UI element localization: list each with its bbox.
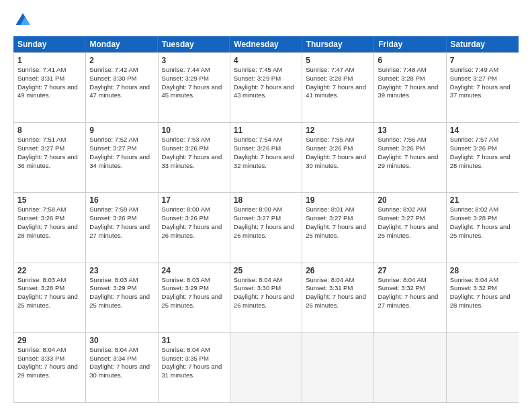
day-number: 31 — [162, 336, 226, 345]
day-cell-18: 18Sunrise: 8:00 AMSunset: 3:27 PMDayligh… — [230, 193, 302, 262]
cell-details: Sunrise: 7:48 AMSunset: 3:28 PMDaylight:… — [378, 66, 442, 100]
day-number: 9 — [89, 126, 154, 135]
day-number: 17 — [162, 195, 226, 205]
calendar-row-2: 8Sunrise: 7:51 AMSunset: 3:27 PMDaylight… — [14, 122, 519, 192]
day-number: 5 — [306, 56, 370, 65]
calendar-body: 1Sunrise: 7:41 AMSunset: 3:31 PMDaylight… — [13, 52, 519, 403]
day-cell-25: 25Sunrise: 8:04 AMSunset: 3:30 PMDayligh… — [230, 263, 302, 332]
day-cell-10: 10Sunrise: 7:53 AMSunset: 3:26 PMDayligh… — [159, 123, 230, 192]
day-number: 27 — [378, 266, 442, 275]
day-cell-30: 30Sunrise: 8:04 AMSunset: 3:34 PMDayligh… — [86, 333, 158, 402]
cell-details: Sunrise: 7:44 AMSunset: 3:29 PMDaylight:… — [162, 66, 226, 100]
day-number: 6 — [378, 56, 442, 65]
cell-details: Sunrise: 7:49 AMSunset: 3:27 PMDaylight:… — [450, 66, 515, 100]
day-cell-28: 28Sunrise: 8:04 AMSunset: 3:32 PMDayligh… — [447, 263, 519, 332]
header — [13, 11, 519, 30]
calendar-row-4: 22Sunrise: 8:03 AMSunset: 3:28 PMDayligh… — [14, 263, 519, 332]
day-number: 21 — [450, 195, 515, 205]
cell-details: Sunrise: 8:04 AMSunset: 3:35 PMDaylight:… — [162, 346, 226, 380]
day-number: 3 — [162, 56, 226, 65]
day-cell-6: 6Sunrise: 7:48 AMSunset: 3:28 PMDaylight… — [374, 53, 446, 122]
day-number: 13 — [378, 126, 442, 135]
day-cell-7: 7Sunrise: 7:49 AMSunset: 3:27 PMDaylight… — [447, 53, 519, 122]
cell-details: Sunrise: 8:02 AMSunset: 3:27 PMDaylight:… — [378, 205, 442, 240]
day-number: 18 — [234, 195, 298, 205]
day-cell-3: 3Sunrise: 7:44 AMSunset: 3:29 PMDaylight… — [159, 53, 230, 122]
cell-details: Sunrise: 7:54 AMSunset: 3:26 PMDaylight:… — [234, 136, 298, 170]
cell-details: Sunrise: 8:01 AMSunset: 3:27 PMDaylight:… — [306, 205, 370, 240]
day-number: 16 — [89, 195, 154, 205]
empty-cell — [374, 333, 446, 402]
day-header-monday: Monday — [85, 36, 157, 52]
day-cell-16: 16Sunrise: 7:59 AMSunset: 3:26 PMDayligh… — [86, 193, 158, 262]
day-number: 2 — [89, 56, 154, 65]
day-cell-24: 24Sunrise: 8:03 AMSunset: 3:29 PMDayligh… — [159, 263, 230, 332]
cell-details: Sunrise: 8:03 AMSunset: 3:28 PMDaylight:… — [17, 276, 82, 310]
cell-details: Sunrise: 7:53 AMSunset: 3:26 PMDaylight:… — [162, 136, 226, 170]
day-header-thursday: Thursday — [302, 36, 374, 52]
cell-details: Sunrise: 7:45 AMSunset: 3:29 PMDaylight:… — [234, 66, 298, 100]
day-cell-8: 8Sunrise: 7:51 AMSunset: 3:27 PMDaylight… — [14, 123, 86, 192]
day-cell-11: 11Sunrise: 7:54 AMSunset: 3:26 PMDayligh… — [230, 123, 302, 192]
day-header-wednesday: Wednesday — [230, 36, 302, 52]
day-cell-20: 20Sunrise: 8:02 AMSunset: 3:27 PMDayligh… — [374, 193, 446, 262]
cell-details: Sunrise: 8:04 AMSunset: 3:30 PMDaylight:… — [234, 276, 298, 310]
calendar-row-3: 15Sunrise: 7:58 AMSunset: 3:26 PMDayligh… — [14, 192, 519, 262]
day-number: 1 — [17, 56, 82, 65]
day-number: 11 — [234, 126, 298, 135]
calendar-header: SundayMondayTuesdayWednesdayThursdayFrid… — [13, 36, 519, 52]
day-cell-5: 5Sunrise: 7:47 AMSunset: 3:28 PMDaylight… — [302, 53, 374, 122]
day-cell-9: 9Sunrise: 7:52 AMSunset: 3:27 PMDaylight… — [86, 123, 158, 192]
day-cell-27: 27Sunrise: 8:04 AMSunset: 3:32 PMDayligh… — [374, 263, 446, 332]
cell-details: Sunrise: 7:59 AMSunset: 3:26 PMDaylight:… — [89, 205, 154, 240]
cell-details: Sunrise: 8:03 AMSunset: 3:29 PMDaylight:… — [162, 276, 226, 310]
day-cell-13: 13Sunrise: 7:56 AMSunset: 3:26 PMDayligh… — [374, 123, 446, 192]
logo — [13, 11, 35, 30]
cell-details: Sunrise: 8:00 AMSunset: 3:26 PMDaylight:… — [162, 205, 226, 240]
cell-details: Sunrise: 7:58 AMSunset: 3:26 PMDaylight:… — [17, 205, 82, 240]
day-header-saturday: Saturday — [447, 36, 519, 52]
calendar-row-5: 29Sunrise: 8:04 AMSunset: 3:33 PMDayligh… — [14, 332, 519, 402]
cell-details: Sunrise: 7:42 AMSunset: 3:30 PMDaylight:… — [89, 66, 154, 100]
cell-details: Sunrise: 8:03 AMSunset: 3:29 PMDaylight:… — [89, 276, 154, 310]
day-cell-4: 4Sunrise: 7:45 AMSunset: 3:29 PMDaylight… — [230, 53, 302, 122]
day-cell-22: 22Sunrise: 8:03 AMSunset: 3:28 PMDayligh… — [14, 263, 86, 332]
day-number: 20 — [378, 195, 442, 205]
day-cell-26: 26Sunrise: 8:04 AMSunset: 3:31 PMDayligh… — [302, 263, 374, 332]
day-cell-23: 23Sunrise: 8:03 AMSunset: 3:29 PMDayligh… — [86, 263, 158, 332]
day-cell-17: 17Sunrise: 8:00 AMSunset: 3:26 PMDayligh… — [159, 193, 230, 262]
calendar-row-1: 1Sunrise: 7:41 AMSunset: 3:31 PMDaylight… — [14, 52, 519, 122]
day-cell-14: 14Sunrise: 7:57 AMSunset: 3:26 PMDayligh… — [447, 123, 519, 192]
day-number: 22 — [17, 266, 82, 275]
day-number: 12 — [306, 126, 370, 135]
cell-details: Sunrise: 7:57 AMSunset: 3:26 PMDaylight:… — [450, 136, 515, 170]
day-number: 24 — [162, 266, 226, 275]
cell-details: Sunrise: 8:02 AMSunset: 3:28 PMDaylight:… — [450, 205, 515, 240]
cell-details: Sunrise: 8:04 AMSunset: 3:33 PMDaylight:… — [17, 346, 82, 380]
day-header-sunday: Sunday — [13, 36, 85, 52]
day-cell-2: 2Sunrise: 7:42 AMSunset: 3:30 PMDaylight… — [86, 53, 158, 122]
day-number: 19 — [306, 195, 370, 205]
empty-cell — [302, 333, 374, 402]
calendar-page: SundayMondayTuesdayWednesdayThursdayFrid… — [0, 0, 532, 411]
cell-details: Sunrise: 7:56 AMSunset: 3:26 PMDaylight:… — [378, 136, 442, 170]
day-header-friday: Friday — [374, 36, 446, 52]
day-number: 8 — [17, 126, 82, 135]
day-cell-21: 21Sunrise: 8:02 AMSunset: 3:28 PMDayligh… — [447, 193, 519, 262]
day-cell-12: 12Sunrise: 7:55 AMSunset: 3:26 PMDayligh… — [302, 123, 374, 192]
cell-details: Sunrise: 8:04 AMSunset: 3:32 PMDaylight:… — [450, 276, 515, 310]
cell-details: Sunrise: 8:04 AMSunset: 3:34 PMDaylight:… — [89, 346, 154, 380]
day-cell-31: 31Sunrise: 8:04 AMSunset: 3:35 PMDayligh… — [159, 333, 230, 402]
calendar: SundayMondayTuesdayWednesdayThursdayFrid… — [13, 36, 519, 403]
day-cell-29: 29Sunrise: 8:04 AMSunset: 3:33 PMDayligh… — [14, 333, 86, 402]
day-cell-15: 15Sunrise: 7:58 AMSunset: 3:26 PMDayligh… — [14, 193, 86, 262]
day-header-tuesday: Tuesday — [158, 36, 230, 52]
day-number: 4 — [234, 56, 298, 65]
day-number: 30 — [89, 336, 154, 345]
empty-cell — [447, 333, 519, 402]
day-number: 15 — [17, 195, 82, 205]
cell-details: Sunrise: 7:47 AMSunset: 3:28 PMDaylight:… — [306, 66, 370, 100]
logo-icon — [13, 11, 32, 30]
cell-details: Sunrise: 8:04 AMSunset: 3:31 PMDaylight:… — [306, 276, 370, 310]
cell-details: Sunrise: 7:52 AMSunset: 3:27 PMDaylight:… — [89, 136, 154, 170]
